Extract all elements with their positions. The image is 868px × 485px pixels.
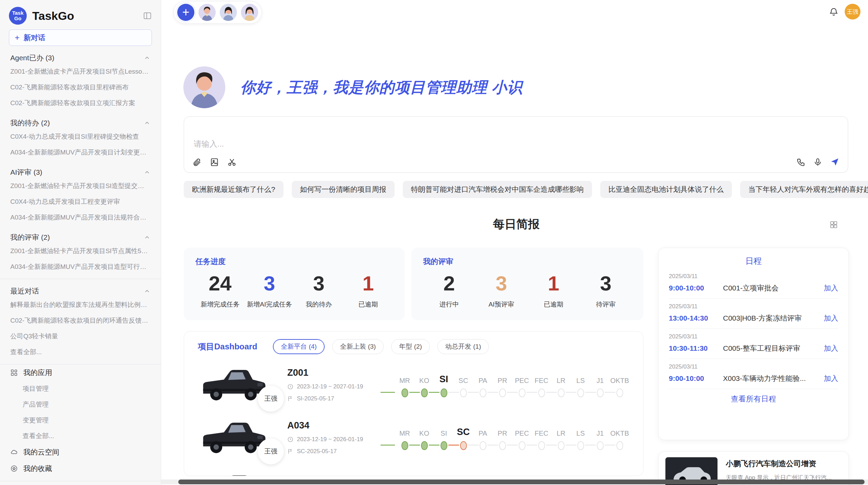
filter-tab[interactable]: 全新上装 (3) <box>332 339 384 354</box>
new-chat-label: 新对话 <box>24 33 45 42</box>
list-item[interactable]: Z001-全新燃油轻卡产品开发项目SI造型提交物评审 <box>9 178 152 194</box>
stat-label: 已逾期 <box>343 300 393 309</box>
project-dates: 2023-12-19 ~ 2026-01-19 <box>297 436 363 443</box>
join-link[interactable]: 加入 <box>824 283 838 293</box>
avatar[interactable] <box>198 4 216 21</box>
phone-icon[interactable] <box>796 158 806 167</box>
section-ai-review[interactable]: AI评审 (3) <box>10 167 150 177</box>
my-review-card: 我的评审 2 进行中 3 AI预评审 1 已逾期 3 待评审 <box>411 248 643 320</box>
stat-label: 进行中 <box>423 300 475 309</box>
sidebar-item-product-mgmt[interactable]: 产品管理 <box>9 397 152 412</box>
list-item[interactable]: C02-飞腾新能源轻客改款项目的闭环通告反馈情况 <box>9 313 152 328</box>
section-title: 我的评审 (2) <box>10 233 50 242</box>
list-item[interactable]: C0X4-动力总成开发项目SI里程碑提交物检查 <box>9 129 152 145</box>
list-item[interactable]: A034-全新新能源MUV产品开发项目造型可行性评审 <box>9 259 152 275</box>
medal-icon <box>10 465 18 472</box>
join-link[interactable]: 加入 <box>824 344 838 353</box>
section-my-review[interactable]: 我的评审 (2) <box>10 232 150 242</box>
milestone-dot <box>519 388 526 397</box>
section-agent-done[interactable]: Agent已办 (3) <box>10 53 150 63</box>
suggestion-chip[interactable]: 如何写一份清晰的项目周报 <box>292 181 395 198</box>
avatar[interactable] <box>241 4 258 21</box>
schedule-title: 日程 <box>669 256 838 266</box>
schedule-date: 2025/03/11 <box>669 273 838 280</box>
collapse-sidebar-icon[interactable] <box>143 11 152 20</box>
new-chat-button[interactable]: + 新对话 <box>9 29 152 46</box>
milestone: LS <box>571 372 590 397</box>
schedule-time: 9:00-10:00 <box>669 284 723 292</box>
chevron-up-icon[interactable] <box>144 288 150 295</box>
suggestion-chip[interactable]: 欧洲新规最近颁布了什么? <box>184 181 284 198</box>
project-dates: 2023-12-19 ~ 2027-01-19 <box>297 383 363 390</box>
attachment-icon[interactable] <box>192 158 202 167</box>
list-item[interactable]: C02-飞腾新能源轻客改款项目里程碑画布 <box>9 79 152 95</box>
milestone: J1 <box>590 425 610 450</box>
milestone-dot <box>538 388 545 397</box>
list-item[interactable]: 解释最新出台的欧盟报废车法规再生塑料比例被调至15%... <box>9 297 152 313</box>
stat: 1 已逾期 <box>528 269 580 309</box>
schedule-item: 2025/03/11 13:00-14:30 C003|H0B-方案冻结评审 加… <box>669 299 838 329</box>
project-row: 王强 A034 2023-12-19 ~ 2026-01-19 SC-2025-… <box>198 415 629 460</box>
project-code[interactable]: Z001 <box>287 368 379 378</box>
sidebar-item-change-mgmt[interactable]: 变更管理 <box>9 412 152 428</box>
project-thumbnail: 王强 <box>198 415 268 460</box>
list-item[interactable]: Z001-全新燃油轻卡产品开发项目SI节点属性5D文件评审 <box>9 243 152 259</box>
stat: 3 我的待办 <box>294 269 343 309</box>
join-link[interactable]: 加入 <box>824 313 838 323</box>
avatar[interactable] <box>220 4 237 21</box>
milestone: LS <box>571 425 590 450</box>
sidebar-item-favorites[interactable]: 我的收藏 <box>9 460 152 477</box>
user-avatar[interactable]: 王强 <box>845 4 860 20</box>
sidebar-item-ai-employee[interactable]: AI超级员工 <box>9 481 152 485</box>
list-item[interactable]: Z001-全新燃油皮卡产品开发项目SI节点Lesson Learn报告 <box>9 64 152 79</box>
milestone-dot <box>616 388 623 397</box>
microphone-icon[interactable] <box>813 158 822 167</box>
list-item[interactable]: A034-全新新能源MUV产品开发项目法规符合性评审 <box>9 210 152 225</box>
filter-tab[interactable]: 年型 (2) <box>391 339 430 354</box>
milestone: SC <box>454 425 473 450</box>
chevron-up-icon[interactable] <box>144 54 150 61</box>
milestone: KO <box>414 372 434 397</box>
schedule-event-title: C005-整车工程目标评审 <box>723 344 819 353</box>
project-row-partial <box>198 468 629 476</box>
list-item[interactable]: C0X4-动力总成开发项目工程变更评审 <box>9 194 152 210</box>
sidebar-item-project-mgmt[interactable]: 项目管理 <box>9 381 152 397</box>
view-all-schedule-link[interactable]: 查看所有日程 <box>669 394 838 404</box>
project-code[interactable]: A034 <box>287 420 379 431</box>
list-item[interactable]: A034-全新新能源MUV产品开发项目计划变更表编写 <box>9 145 152 160</box>
sidebar-item-my-apps[interactable]: 我的应用 <box>9 364 152 381</box>
stat-label: AI预评审 <box>475 300 527 309</box>
list-item[interactable]: C02-飞腾新能源轻客改款项目立项汇报方案 <box>9 95 152 111</box>
message-input[interactable] <box>193 138 709 156</box>
message-input-box <box>184 116 848 173</box>
filter-tab[interactable]: 动总开发 (1) <box>437 339 489 354</box>
list-item[interactable]: 公司Q3轻卡销量 <box>9 328 152 344</box>
milestone-dot <box>577 388 584 397</box>
milestone-dot <box>441 388 447 397</box>
add-conversation-button[interactable]: + <box>177 4 194 21</box>
milestone-dot <box>616 441 623 450</box>
project-owner-badge: 王强 <box>258 386 284 412</box>
suggestion-chip[interactable]: 比亚迪全固态电池计划具体说了什么 <box>600 181 732 198</box>
suggestion-chip[interactable]: 当下年轻人对汽车外观有怎样的喜好趋势 <box>740 181 868 198</box>
suggestion-chip[interactable]: 特朗普可能对进口汽车增税会对中国车企造成哪些影响 <box>403 181 592 198</box>
image-icon[interactable] <box>210 158 219 167</box>
notifications-bell-icon[interactable] <box>829 7 839 16</box>
scrollbar-thumb[interactable] <box>178 480 865 484</box>
send-icon[interactable] <box>830 157 840 167</box>
flag-icon <box>287 396 293 402</box>
layout-grid-icon[interactable] <box>830 221 838 229</box>
chevron-up-icon[interactable] <box>144 234 150 241</box>
view-all-apps[interactable]: 查看全部... <box>9 428 152 444</box>
chevron-up-icon[interactable] <box>144 120 150 126</box>
chevron-up-icon[interactable] <box>144 169 150 176</box>
join-link[interactable]: 加入 <box>824 374 838 383</box>
filter-tab[interactable]: 全新平台 (4) <box>273 339 325 354</box>
sidebar-item-cloud-space[interactable]: 我的云空间 <box>9 444 152 460</box>
stat-value: 24 <box>195 272 245 295</box>
milestone: MR <box>395 372 414 397</box>
view-all-recent[interactable]: 查看全部... <box>9 344 152 360</box>
section-my-todo[interactable]: 我的待办 (2) <box>10 118 150 128</box>
stat: 1 已逾期 <box>343 269 393 309</box>
scissors-icon[interactable] <box>227 158 237 167</box>
